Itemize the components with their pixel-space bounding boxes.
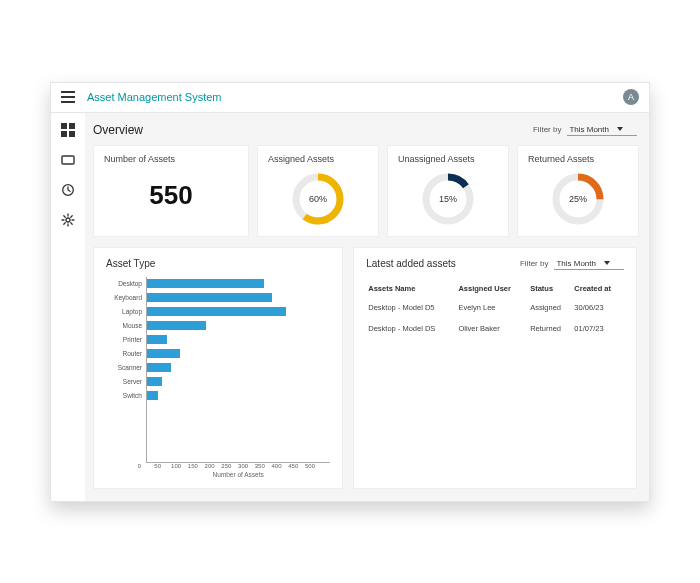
svg-rect-3: [69, 131, 75, 137]
number-of-assets-value: 550: [104, 180, 238, 211]
x-tick-label: 250: [221, 463, 238, 469]
y-tick-label: Laptop: [106, 305, 146, 319]
latest-filter-value: This Month: [556, 259, 596, 268]
x-tick-label: 0: [138, 463, 155, 469]
returned-donut: 25%: [551, 172, 605, 226]
y-tick-label: Server: [106, 375, 146, 389]
titlebar: Asset Management System A: [51, 83, 649, 113]
unassigned-donut: 15%: [421, 172, 475, 226]
bar-row: [147, 389, 330, 403]
lower-row: Asset Type DesktopKeyboardLaptopMousePri…: [93, 247, 637, 489]
card-label: Unassigned Assets: [398, 154, 498, 164]
latest-assets-table: Assets NameAssigned UserStatusCreated at…: [366, 280, 624, 339]
bar: [147, 377, 162, 386]
table-header: Assigned User: [456, 280, 528, 297]
svg-point-6: [66, 218, 70, 222]
page-header: Overview Filter by This Month: [93, 123, 637, 137]
svg-rect-2: [61, 131, 67, 137]
bar-row: [147, 375, 330, 389]
bar: [147, 293, 272, 302]
bar-row: [147, 347, 330, 361]
asset-type-panel: Asset Type DesktopKeyboardLaptopMousePri…: [93, 247, 343, 489]
asset-type-title: Asset Type: [106, 258, 330, 269]
x-tick-label: 450: [288, 463, 305, 469]
x-tick-label: 300: [238, 463, 255, 469]
table-cell: Desktop - Model D5: [366, 297, 456, 318]
table-cell: Returned: [528, 318, 572, 339]
bar-row: [147, 361, 330, 375]
bar: [147, 279, 264, 288]
page-filter: Filter by This Month: [533, 124, 637, 136]
table-row[interactable]: Desktop - Model D5Evelyn LeeAssigned30/0…: [366, 297, 624, 318]
card-assigned-assets: Assigned Assets 60%: [257, 145, 379, 237]
table-header: Assets Name: [366, 280, 456, 297]
bar: [147, 335, 167, 344]
caret-down-icon: [604, 261, 610, 265]
page-filter-value: This Month: [569, 125, 609, 134]
y-tick-label: Desktop: [106, 277, 146, 291]
caret-down-icon: [617, 127, 623, 131]
card-label: Assigned Assets: [268, 154, 368, 164]
y-tick-label: Switch: [106, 389, 146, 403]
bar: [147, 307, 286, 316]
page-title: Overview: [93, 123, 533, 137]
card-number-of-assets: Number of Assets 550: [93, 145, 249, 237]
card-returned-assets: Returned Assets 25%: [517, 145, 639, 237]
x-tick-label: 200: [205, 463, 222, 469]
bar: [147, 391, 158, 400]
latest-filter-select[interactable]: This Month: [554, 258, 624, 270]
stat-cards-row: Number of Assets 550 Assigned Assets 60%…: [93, 145, 637, 237]
latest-assets-filter: Filter by This Month: [520, 258, 624, 270]
x-tick-label: 150: [188, 463, 205, 469]
page-filter-select[interactable]: This Month: [567, 124, 637, 136]
y-tick-label: Printer: [106, 333, 146, 347]
assets-icon[interactable]: [61, 153, 75, 167]
x-tick-label: 100: [171, 463, 188, 469]
svg-rect-0: [61, 123, 67, 129]
bar-row: [147, 305, 330, 319]
table-cell: 30/06/23: [572, 297, 624, 318]
y-tick-label: Keyboard: [106, 291, 146, 305]
app-window: Asset Management System A Overview Filte…: [50, 82, 650, 502]
main-content: Overview Filter by This Month Number of …: [85, 113, 649, 501]
assigned-donut: 60%: [291, 172, 345, 226]
table-header: Status: [528, 280, 572, 297]
x-tick-label: 350: [255, 463, 272, 469]
svg-rect-4: [62, 156, 74, 164]
bar-row: [147, 333, 330, 347]
x-tick-label: 50: [154, 463, 171, 469]
bar-row: [147, 319, 330, 333]
x-axis-label: Number of Assets: [146, 471, 330, 478]
y-tick-label: Mouse: [106, 319, 146, 333]
table-header: Created at: [572, 280, 624, 297]
menu-icon[interactable]: [61, 91, 75, 103]
bar: [147, 363, 171, 372]
app-title: Asset Management System: [87, 91, 611, 103]
settings-icon[interactable]: [61, 213, 75, 227]
card-label: Number of Assets: [104, 154, 238, 164]
table-row[interactable]: Desktop - Model DSOliver BakerReturned01…: [366, 318, 624, 339]
avatar[interactable]: A: [623, 89, 639, 105]
body: Overview Filter by This Month Number of …: [51, 113, 649, 501]
filter-label: Filter by: [520, 259, 548, 268]
latest-assets-panel: Latest added assets Filter by This Month…: [353, 247, 637, 489]
x-tick-label: 400: [272, 463, 289, 469]
latest-assets-title: Latest added assets: [366, 258, 520, 269]
table-cell: Desktop - Model DS: [366, 318, 456, 339]
table-cell: Evelyn Lee: [456, 297, 528, 318]
history-icon[interactable]: [61, 183, 75, 197]
card-unassigned-assets: Unassigned Assets 15%: [387, 145, 509, 237]
asset-type-chart: DesktopKeyboardLaptopMousePrinterRouterS…: [106, 277, 330, 478]
bar-row: [147, 291, 330, 305]
x-tick-label: 500: [305, 463, 322, 469]
dashboard-icon[interactable]: [61, 123, 75, 137]
y-tick-label: Router: [106, 347, 146, 361]
bar: [147, 349, 180, 358]
sidebar: [51, 113, 85, 501]
filter-label: Filter by: [533, 125, 561, 134]
card-label: Returned Assets: [528, 154, 628, 164]
table-cell: Oliver Baker: [456, 318, 528, 339]
bar-row: [147, 277, 330, 291]
svg-rect-1: [69, 123, 75, 129]
bar: [147, 321, 206, 330]
